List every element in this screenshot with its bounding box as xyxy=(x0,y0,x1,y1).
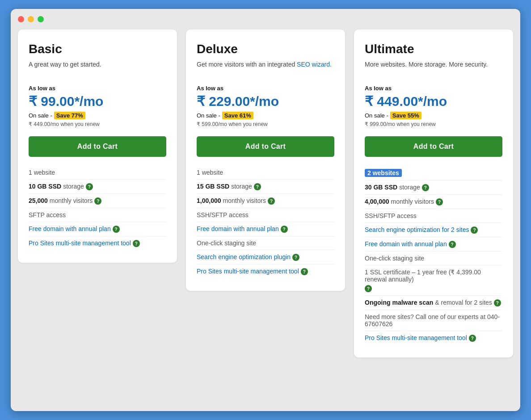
save-badge-deluxe: Save 61% xyxy=(222,112,253,119)
feature-prosites: Pro Sites multi-site management tool? xyxy=(29,236,166,250)
features-list-deluxe: 1 website 15 GB SSD storage? 1,00,000 mo… xyxy=(197,166,334,278)
info-icon-malware[interactable]: ? xyxy=(494,299,501,307)
as-low-as-basic: As low as xyxy=(29,85,166,92)
plan-title-basic: Basic xyxy=(29,42,166,56)
feature-prosites: Pro Sites multi-site management tool? xyxy=(365,331,502,345)
plan-subtitle-deluxe: Get more visitors with an integrated SEO… xyxy=(197,61,334,77)
price-ultimate: ₹ 449.00*/mo xyxy=(365,93,502,109)
feature-sftp: SFTP access xyxy=(29,208,166,222)
save-badge-basic: Save 77% xyxy=(54,112,85,119)
feature-domain: Free domain with annual plan? xyxy=(365,237,502,251)
info-icon-storage[interactable]: ? xyxy=(86,183,93,190)
feature-storage: 10 GB SSD storage? xyxy=(29,179,166,193)
info-icon-seo[interactable]: ? xyxy=(292,254,299,261)
plan-subtitle-ultimate: More websites. More storage. More securi… xyxy=(365,61,502,77)
save-badge-ultimate: Save 55% xyxy=(390,112,421,119)
add-to-cart-basic[interactable]: Add to Cart xyxy=(29,136,166,157)
info-icon-storage[interactable]: ? xyxy=(254,183,261,190)
add-to-cart-ultimate[interactable]: Add to Cart xyxy=(365,136,502,157)
feature-staging: One-click staging site xyxy=(365,251,502,265)
titlebar xyxy=(18,16,513,22)
info-icon-ssl[interactable]: ? xyxy=(365,285,372,292)
info-icon-seo[interactable]: ? xyxy=(471,227,478,234)
feature-experts: Need more sites? Call one of our experts… xyxy=(365,310,502,331)
on-sale-basic: On sale - Save 77% xyxy=(29,112,166,119)
feature-websites: 1 website xyxy=(29,166,166,179)
feature-ssh: SSH/SFTP access xyxy=(197,208,334,222)
feature-domain: Free domain with annual plan? xyxy=(197,222,334,236)
feature-visitors: 25,000 monthly visitors? xyxy=(29,193,166,208)
renew-price-ultimate: ₹ 999.00/mo when you renew xyxy=(365,121,502,127)
feature-prosites: Pro Sites multi-site management tool? xyxy=(197,264,334,278)
price-basic: ₹ 99.00*/mo xyxy=(29,93,166,109)
renew-price-deluxe: ₹ 599.00/mo when you renew xyxy=(197,121,334,127)
as-low-as-deluxe: As low as xyxy=(197,85,334,92)
maximize-button[interactable] xyxy=(38,16,44,22)
feature-seo: Search engine optimization plugin? xyxy=(197,250,334,264)
info-icon-visitors[interactable]: ? xyxy=(436,198,443,206)
plan-card-ultimate: Ultimate More websites. More storage. Mo… xyxy=(354,29,513,357)
info-icon-storage[interactable]: ? xyxy=(422,184,429,191)
info-icon-domain[interactable]: ? xyxy=(449,241,456,248)
info-icon-prosites[interactable]: ? xyxy=(469,335,476,342)
feature-websites: 1 website xyxy=(197,166,334,179)
on-sale-ultimate: On sale - Save 55% xyxy=(365,112,502,119)
close-button[interactable] xyxy=(18,16,24,22)
feature-visitors: 4,00,000 monthly visitors? xyxy=(365,194,502,209)
features-list-ultimate: 2 websites 30 GB SSD storage? 4,00,000 m… xyxy=(365,166,502,345)
info-icon-prosites[interactable]: ? xyxy=(133,240,140,247)
feature-storage: 30 GB SSD storage? xyxy=(365,180,502,194)
feature-domain: Free domain with annual plan? xyxy=(29,222,166,236)
info-icon-prosites[interactable]: ? xyxy=(301,268,308,275)
plan-title-deluxe: Deluxe xyxy=(197,42,334,56)
pricing-cards: Basic A great way to get started. As low… xyxy=(18,29,513,357)
feature-ssl: 1 SSL certificate – 1 year free (₹ 4,399… xyxy=(365,265,502,295)
feature-visitors: 1,00,000 monthly visitors? xyxy=(197,193,334,208)
features-list-basic: 1 website 10 GB SSD storage? 25,000 mont… xyxy=(29,166,166,250)
plan-subtitle-basic: A great way to get started. xyxy=(29,61,166,77)
plan-card-deluxe: Deluxe Get more visitors with an integra… xyxy=(186,29,345,291)
add-to-cart-deluxe[interactable]: Add to Cart xyxy=(197,136,334,157)
feature-staging: One-click staging site xyxy=(197,236,334,250)
info-icon-visitors[interactable]: ? xyxy=(268,197,275,205)
feature-storage: 15 GB SSD storage? xyxy=(197,179,334,193)
feature-seo-sites: Search engine optimization for 2 sites? xyxy=(365,223,502,237)
feature-ssh: SSH/SFTP access xyxy=(365,209,502,223)
info-icon-domain[interactable]: ? xyxy=(281,226,288,233)
feature-malware: Ongoing malware scan & removal for 2 sit… xyxy=(365,295,502,310)
app-window: Basic A great way to get started. As low… xyxy=(11,9,520,411)
plan-card-basic: Basic A great way to get started. As low… xyxy=(18,29,177,263)
renew-price-basic: ₹ 449.00/mo when you renew xyxy=(29,121,166,127)
as-low-as-ultimate: As low as xyxy=(365,85,502,92)
price-deluxe: ₹ 229.00*/mo xyxy=(197,93,334,109)
info-icon-domain[interactable]: ? xyxy=(113,226,120,233)
on-sale-deluxe: On sale - Save 61% xyxy=(197,112,334,119)
info-icon-visitors[interactable]: ? xyxy=(94,197,101,205)
minimize-button[interactable] xyxy=(28,16,34,22)
plan-title-ultimate: Ultimate xyxy=(365,42,502,56)
feature-websites: 2 websites xyxy=(365,166,502,180)
